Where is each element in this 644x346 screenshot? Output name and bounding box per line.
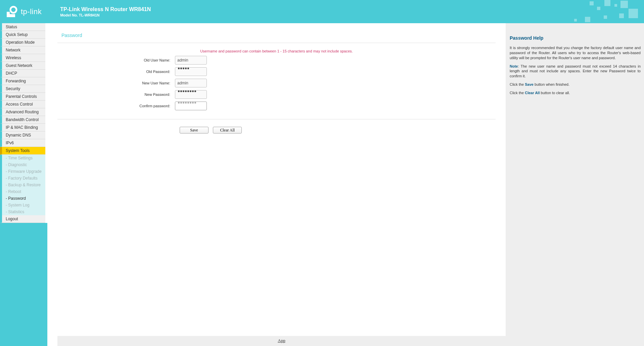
new-username-input[interactable] bbox=[175, 79, 207, 87]
page-title: Password bbox=[57, 33, 496, 43]
main-content: Password Username and password can conta… bbox=[47, 23, 506, 346]
help-paragraph-1: It is strongly recommended that you chan… bbox=[510, 45, 641, 61]
help-paragraph-save: Click the Save button when finished. bbox=[510, 82, 641, 87]
product-title: TP-Link Wireless N Router WR841N bbox=[60, 6, 151, 12]
clear-all-button[interactable]: Clear All bbox=[213, 127, 242, 133]
label-old-username: Old User Name: bbox=[57, 58, 175, 62]
header-title-block: TP-Link Wireless N Router WR841N Model N… bbox=[60, 6, 151, 17]
svg-rect-1 bbox=[7, 12, 10, 17]
nav-item-quick-setup[interactable]: Quick Setup bbox=[0, 31, 45, 39]
nav-item-network[interactable]: Network bbox=[0, 46, 45, 54]
help-paragraph-note: Note: The new user name and password mus… bbox=[510, 64, 641, 79]
tplink-logo-icon bbox=[5, 5, 19, 18]
nav-item-ipv6[interactable]: IPv6 bbox=[0, 139, 45, 147]
nav-item-operation-mode[interactable]: Operation Mode bbox=[0, 39, 45, 46]
label-confirm-password: Confirm password: bbox=[57, 104, 175, 108]
subnav-item-time-settings[interactable]: - Time Settings bbox=[2, 155, 45, 161]
nav-item-wireless[interactable]: Wireless bbox=[0, 54, 45, 62]
footer-bar: App bbox=[57, 336, 506, 346]
label-new-username: New User Name: bbox=[57, 81, 175, 85]
confirm-password-input[interactable] bbox=[175, 102, 207, 110]
help-note-label: Note bbox=[510, 64, 518, 68]
help-title: Password Help bbox=[510, 35, 641, 41]
subnav-item-factory-defaults[interactable]: - Factory Defaults bbox=[2, 175, 45, 182]
app-link[interactable]: App bbox=[278, 338, 285, 343]
nav-item-forwarding[interactable]: Forwarding bbox=[0, 77, 45, 85]
header-decoration bbox=[570, 0, 644, 23]
label-old-password: Old Password: bbox=[57, 70, 175, 74]
subnav-item-diagnostic[interactable]: - Diagnostic bbox=[2, 161, 45, 168]
nav-item-guest-network[interactable]: Guest Network bbox=[0, 62, 45, 70]
subnav-item-backup-restore[interactable]: - Backup & Restore bbox=[2, 182, 45, 188]
new-password-input[interactable] bbox=[175, 90, 207, 99]
label-new-password: New Password: bbox=[57, 92, 175, 97]
help-panel: Password Help It is strongly recommended… bbox=[506, 23, 644, 346]
nav-item-bandwidth-control[interactable]: Bandwidth Control bbox=[0, 116, 45, 124]
model-number: Model No. TL-WR841N bbox=[60, 13, 151, 17]
subnav-item-system-log[interactable]: - System Log bbox=[2, 202, 45, 208]
nav-item-dhcp[interactable]: DHCP bbox=[0, 70, 45, 77]
header: tp-link TP-Link Wireless N Router WR841N… bbox=[0, 0, 644, 23]
brand-text: tp-link bbox=[21, 7, 42, 16]
subnav-item-statistics[interactable]: - Statistics bbox=[2, 208, 45, 215]
svg-rect-2 bbox=[10, 14, 15, 17]
svg-point-0 bbox=[10, 7, 16, 13]
save-button[interactable]: Save bbox=[180, 127, 209, 133]
nav-item-access-control[interactable]: Access Control bbox=[0, 101, 45, 108]
validation-hint: Username and password can contain betwee… bbox=[57, 49, 496, 53]
subnav-item-firmware-upgrade[interactable]: - Firmware Upgrade bbox=[2, 168, 45, 175]
subnav-item-password[interactable]: - Password bbox=[2, 195, 45, 202]
nav-item-logout[interactable]: Logout bbox=[0, 215, 45, 223]
nav-item-dynamic-dns[interactable]: Dynamic DNS bbox=[0, 131, 45, 139]
sidebar: StatusQuick SetupOperation ModeNetworkWi… bbox=[0, 23, 47, 346]
nav-item-security[interactable]: Security bbox=[0, 85, 45, 93]
old-username-input[interactable] bbox=[175, 56, 207, 65]
brand-logo: tp-link bbox=[5, 5, 42, 18]
nav-item-advanced-routing[interactable]: Advanced Routing bbox=[0, 108, 45, 116]
subnav-item-reboot[interactable]: - Reboot bbox=[2, 188, 45, 195]
old-password-input[interactable] bbox=[175, 67, 207, 76]
nav-item-ip-mac-binding[interactable]: IP & MAC Binding bbox=[0, 124, 45, 131]
nav-item-status[interactable]: Status bbox=[0, 23, 45, 31]
nav-item-system-tools[interactable]: System Tools bbox=[0, 147, 45, 155]
help-paragraph-clear: Click the Clear All button to clear all. bbox=[510, 90, 641, 95]
form-divider bbox=[57, 119, 496, 119]
nav-item-parental-controls[interactable]: Parental Controls bbox=[0, 93, 45, 101]
